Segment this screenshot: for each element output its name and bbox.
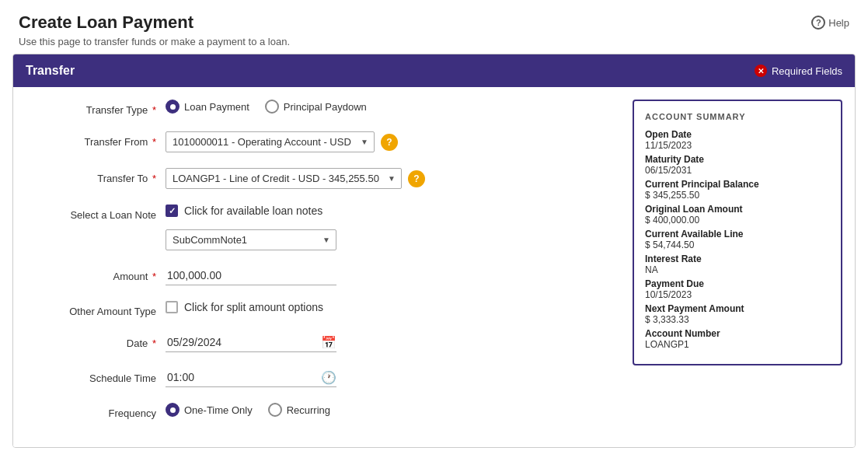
transfer-to-row: Transfer To * LOANGP1 - Line of Credit -…: [32, 168, 614, 189]
summary-maturity-date-value: 06/15/2031: [645, 165, 830, 176]
radio-principal-paydown-label: Principal Paydown: [284, 101, 367, 113]
transfer-to-required-star: *: [152, 173, 156, 184]
date-input-wrap: 📅: [166, 333, 336, 352]
summary-interest-rate-label: Interest Rate: [645, 253, 830, 264]
frequency-row: Frequency One-Time Only Recurring: [32, 403, 614, 419]
summary-interest-rate-value: NA: [645, 264, 830, 275]
schedule-time-row: Schedule Time 🕐: [32, 368, 614, 387]
summary-maturity-date-label: Maturity Date: [645, 154, 830, 165]
loan-note-select[interactable]: SubCommNote1: [166, 229, 336, 250]
other-amount-type-checkbox-box[interactable]: [166, 301, 178, 313]
transfer-from-required-star: *: [152, 136, 156, 148]
transfer-from-label: Transfer From *: [32, 131, 156, 148]
loan-note-control: Click for available loan notes SubCommNo…: [166, 205, 614, 250]
loan-note-checkbox-label: Click for available loan notes: [184, 205, 322, 217]
radio-recurring-label: Recurring: [287, 404, 330, 416]
other-amount-type-label: Other Amount Type: [32, 301, 156, 317]
required-fields-label: Required Fields: [772, 65, 842, 77]
amount-required-star: *: [152, 271, 156, 282]
summary-next-payment-amount-label: Next Payment Amount: [645, 303, 830, 314]
transfer-to-control: LOANGP1 - Line of Credit - USD - 345,255…: [166, 168, 614, 189]
transfer-from-help-icon[interactable]: ?: [381, 134, 398, 151]
date-row: Date * 📅: [32, 333, 614, 352]
date-required-star: *: [152, 337, 156, 349]
date-input[interactable]: [166, 333, 321, 351]
radio-loan-payment-label: Loan Payment: [184, 101, 249, 113]
amount-label: Amount *: [32, 266, 156, 282]
summary-current-available-line: Current Available Line $ 54,744.50: [645, 229, 830, 250]
loan-note-checkbox[interactable]: Click for available loan notes: [166, 205, 336, 217]
radio-principal-paydown-btn[interactable]: [265, 100, 279, 114]
transfer-from-row: Transfer From * 1010000011 - Operating A…: [32, 131, 614, 152]
other-amount-type-checkbox-label: Click for split amount options: [184, 301, 323, 313]
summary-account-number-label: Account Number: [645, 328, 830, 339]
required-fields-indicator: ✕ Required Fields: [755, 65, 842, 77]
transfer-to-label: Transfer To *: [32, 168, 156, 184]
help-icon: ?: [811, 16, 825, 30]
transfer-to-select-wrap: LOANGP1 - Line of Credit - USD - 345,255…: [166, 168, 402, 189]
radio-one-time-only[interactable]: One-Time Only: [166, 403, 253, 417]
radio-recurring[interactable]: Recurring: [268, 403, 330, 417]
radio-one-time-btn[interactable]: [166, 403, 180, 417]
other-amount-type-row: Other Amount Type Click for split amount…: [32, 301, 614, 317]
required-icon: ✕: [755, 65, 767, 77]
schedule-time-input[interactable]: [166, 368, 321, 386]
transfer-to-help-icon[interactable]: ?: [408, 170, 425, 187]
amount-input[interactable]: [166, 266, 336, 285]
summary-original-loan-amount: Original Loan Amount $ 400,000.00: [645, 204, 830, 226]
summary-open-date: Open Date 11/15/2023: [645, 129, 830, 151]
summary-account-number: Account Number LOANGP1: [645, 328, 830, 350]
calendar-icon[interactable]: 📅: [321, 335, 336, 350]
panel-header: Transfer ✕ Required Fields: [13, 54, 855, 87]
summary-maturity-date: Maturity Date 06/15/2031: [645, 154, 830, 176]
transfer-type-required-star: *: [152, 104, 156, 116]
panel-title: Transfer: [26, 64, 75, 78]
transfer-to-select[interactable]: LOANGP1 - Line of Credit - USD - 345,255…: [166, 168, 402, 189]
schedule-time-input-wrap: 🕐: [166, 368, 336, 387]
summary-current-principal-balance: Current Principal Balance $ 345,255.50: [645, 179, 830, 201]
summary-current-available-line-value: $ 54,744.50: [645, 239, 830, 250]
account-summary: ACCOUNT SUMMARY Open Date 11/15/2023 Mat…: [633, 100, 842, 365]
radio-recurring-btn[interactable]: [268, 403, 282, 417]
summary-open-date-value: 11/15/2023: [645, 140, 830, 151]
account-summary-title: ACCOUNT SUMMARY: [645, 112, 830, 121]
summary-payment-due-value: 10/15/2023: [645, 289, 830, 300]
clock-icon[interactable]: 🕐: [321, 370, 336, 385]
radio-principal-paydown[interactable]: Principal Paydown: [265, 100, 367, 114]
transfer-type-label: Transfer Type *: [32, 100, 156, 116]
panel-body: Transfer Type * Loan Payment Principal P…: [13, 87, 855, 447]
other-amount-type-checkbox[interactable]: Click for split amount options: [166, 301, 323, 313]
frequency-control: One-Time Only Recurring: [166, 403, 614, 417]
transfer-type-radio-group: Loan Payment Principal Paydown: [166, 100, 367, 114]
transfer-type-control: Loan Payment Principal Paydown: [166, 100, 614, 114]
summary-current-principal-balance-value: $ 345,255.50: [645, 190, 830, 201]
summary-current-principal-balance-label: Current Principal Balance: [645, 179, 830, 190]
help-link[interactable]: ? Help: [811, 16, 849, 30]
transfer-type-row: Transfer Type * Loan Payment Principal P…: [32, 100, 614, 116]
date-control: 📅: [166, 333, 614, 352]
page-title: Create Loan Payment: [19, 12, 849, 33]
summary-next-payment-amount: Next Payment Amount $ 3,333.33: [645, 303, 830, 325]
frequency-label: Frequency: [32, 403, 156, 419]
form-section: Transfer Type * Loan Payment Principal P…: [13, 100, 633, 435]
summary-original-loan-amount-value: $ 400,000.00: [645, 215, 830, 226]
other-amount-type-control: Click for split amount options: [166, 301, 614, 313]
loan-note-label: Select a Loan Note: [32, 205, 156, 221]
summary-current-available-line-label: Current Available Line: [645, 229, 830, 239]
radio-loan-payment[interactable]: Loan Payment: [166, 100, 249, 114]
loan-note-checkbox-box[interactable]: [166, 205, 178, 217]
summary-open-date-label: Open Date: [645, 129, 830, 140]
help-label: Help: [828, 17, 849, 29]
radio-loan-payment-btn[interactable]: [166, 100, 180, 114]
summary-original-loan-amount-label: Original Loan Amount: [645, 204, 830, 215]
transfer-panel: Transfer ✕ Required Fields Transfer Type…: [12, 54, 856, 448]
page-header: Create Loan Payment Use this page to tra…: [0, 0, 868, 54]
schedule-time-control: 🕐: [166, 368, 614, 387]
schedule-time-label: Schedule Time: [32, 368, 156, 384]
transfer-from-select[interactable]: 1010000011 - Operating Account - USD: [166, 131, 375, 152]
loan-note-column: Click for available loan notes SubCommNo…: [166, 205, 336, 250]
loan-note-select-wrap: SubCommNote1 ▼: [166, 229, 336, 250]
amount-control: [166, 266, 614, 285]
summary-payment-due-label: Payment Due: [645, 278, 830, 289]
summary-next-payment-amount-value: $ 3,333.33: [645, 314, 830, 325]
